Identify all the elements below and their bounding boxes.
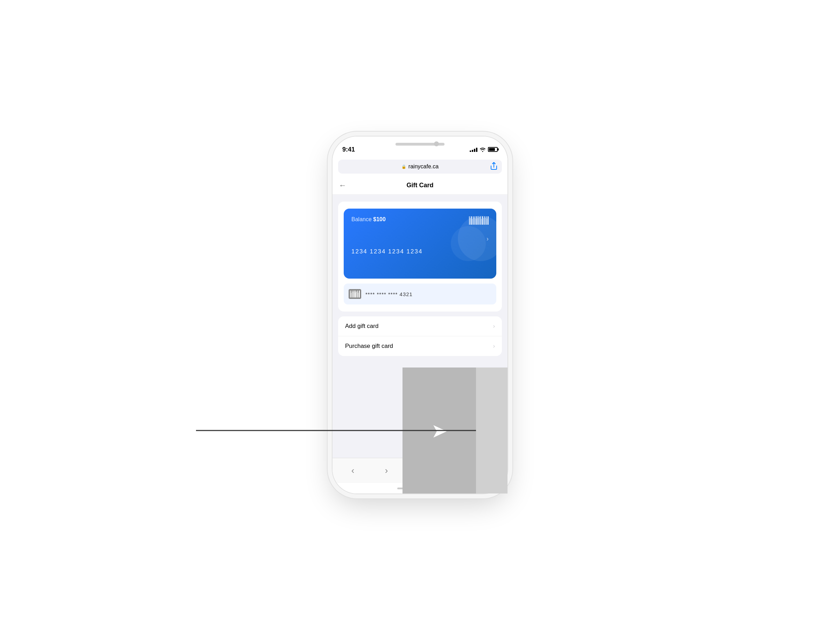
purchase-gift-card-item[interactable]: Purchase gift card › [338, 336, 502, 356]
signal-bar-2 [472, 150, 473, 152]
active-gift-card[interactable]: Balance $100 [344, 208, 496, 279]
page-title: Gift Card [406, 182, 433, 189]
menu-section: Add gift card › Purchase gift card › [338, 316, 502, 356]
secondary-card-number: **** **** **** 4321 [365, 291, 413, 297]
add-gift-card-label: Add gift card [345, 323, 378, 330]
back-nav-button[interactable]: ‹ [344, 463, 361, 479]
forward-nav-icon: › [385, 465, 388, 476]
share-icon[interactable] [491, 162, 497, 172]
signal-bar-3 [474, 149, 475, 152]
phone-container: 9:41 [333, 136, 507, 494]
overlay-line [196, 430, 476, 431]
status-time: 9:41 [342, 146, 355, 153]
url-bar[interactable]: 🔒 rainycafe.ca [338, 159, 502, 174]
mini-barcode [349, 289, 361, 299]
add-gift-card-chevron: › [493, 323, 495, 329]
back-nav-icon: ‹ [351, 465, 355, 476]
purchase-gift-card-chevron: › [493, 343, 495, 349]
overlay-right [476, 368, 507, 494]
phone-camera [434, 141, 439, 146]
signal-bars [470, 147, 477, 152]
wifi-icon [480, 147, 486, 152]
purchase-gift-card-label: Purchase gift card [345, 343, 393, 350]
overlay-panel: ➤ [403, 368, 507, 494]
back-button[interactable]: ← [339, 181, 346, 190]
add-gift-card-item[interactable]: Add gift card › [338, 316, 502, 336]
battery-icon [488, 147, 498, 152]
secondary-gift-card[interactable]: **** **** **** 4321 [344, 284, 496, 305]
signal-bar-4 [476, 148, 477, 152]
gift-cards-section: Balance $100 [338, 202, 502, 311]
lock-icon: 🔒 [401, 164, 406, 169]
page-header: ← Gift Card [333, 177, 507, 194]
card-balance: Balance $100 [351, 216, 386, 223]
url-bar-container: 🔒 rainycafe.ca [333, 157, 507, 177]
balance-label: Balance [351, 216, 372, 222]
card-number: 1234 1234 1234 1234 [351, 248, 422, 255]
balance-amount: $100 [373, 216, 386, 222]
forward-nav-button[interactable]: › [378, 463, 395, 479]
status-bar: 9:41 [333, 136, 507, 157]
url-text: rainycafe.ca [409, 163, 439, 170]
battery-fill [489, 148, 495, 151]
status-icons [470, 147, 498, 152]
card-overlay-2 [451, 226, 486, 261]
signal-bar-1 [470, 150, 471, 152]
